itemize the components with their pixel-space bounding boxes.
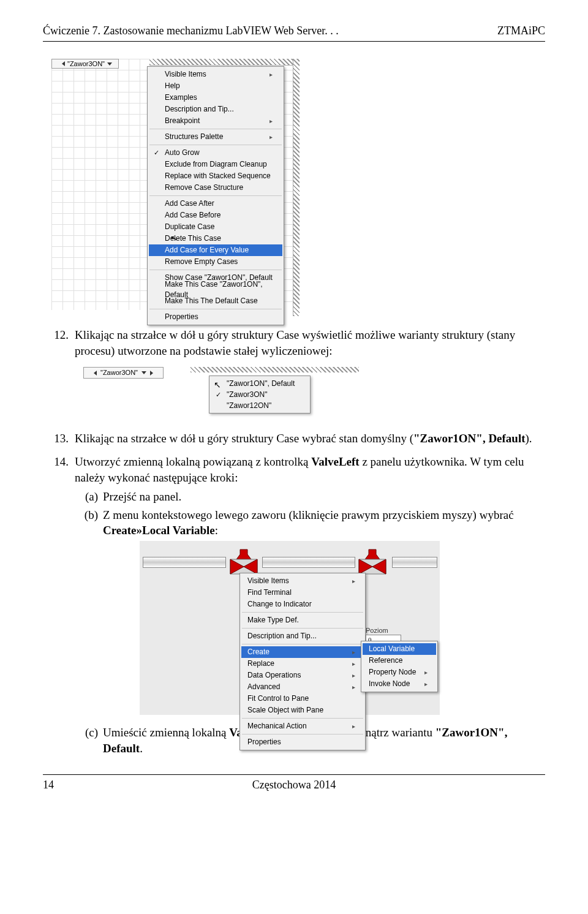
menu-item[interactable]: Make Type Def. xyxy=(241,614,364,626)
sub-c: (c) xyxy=(75,725,103,756)
case-border-right xyxy=(293,59,300,316)
chevron-left-icon[interactable] xyxy=(62,61,65,66)
create-submenu[interactable]: Local VariableReferenceProperty NodeInvo… xyxy=(361,641,438,692)
sub-a-text: Przejść na panel. xyxy=(103,489,181,505)
item-number-12: 12. xyxy=(43,327,75,423)
menu-item[interactable]: Data Operations xyxy=(241,670,364,681)
page-footer: 14 Częstochowa 2014 xyxy=(43,779,545,799)
menu-item[interactable]: Fit Control to Pane xyxy=(241,693,364,704)
menu-item[interactable]: Exclude from Diagram Cleanup xyxy=(149,159,282,170)
menu-item[interactable]: Mechanical Action xyxy=(241,720,364,732)
svg-marker-0 xyxy=(236,550,251,559)
menu-item[interactable]: Replace xyxy=(241,658,364,670)
case-dropdown-list[interactable]: "Zawor1ON", Default"Zawor3ON""Zawor12ON" xyxy=(209,376,311,414)
pipe-segment xyxy=(262,557,355,568)
menu-item[interactable]: Change to Indicator xyxy=(241,599,364,610)
page-header: Ćwiczenie 7. Zastosowanie mechanizmu Lab… xyxy=(43,25,545,37)
submenu-item[interactable]: Property Node xyxy=(363,667,436,678)
menu-item[interactable]: Visible Items xyxy=(241,575,364,587)
case-selector-2[interactable]: "Zawor3ON" xyxy=(83,367,164,379)
menu-item[interactable]: Breakpoint xyxy=(149,115,282,127)
footer-center: Częstochowa 2014 xyxy=(67,779,521,791)
item-14-text: Utworzyć zmienną lokalną powiązaną z kon… xyxy=(75,455,524,484)
item-number-13: 13. xyxy=(43,431,75,447)
case-option[interactable]: "Zawor1ON", Default xyxy=(211,378,309,389)
submenu-item[interactable]: Reference xyxy=(363,655,436,667)
page-number: 14 xyxy=(43,779,67,791)
menu-separator xyxy=(149,129,282,129)
case-selector-label[interactable]: "Zawor3ON" xyxy=(51,59,119,69)
case-context-menu[interactable]: Visible ItemsHelpExamplesDescription and… xyxy=(147,66,284,325)
sub-b: (b) xyxy=(75,507,103,722)
case-selector-text: "Zawor3ON" xyxy=(67,60,105,67)
menu-item[interactable]: Add Case After xyxy=(149,198,282,210)
pipe-segment xyxy=(392,557,437,568)
menu-separator xyxy=(242,734,363,735)
menu-item[interactable]: Visible Items xyxy=(149,69,282,80)
chevron-down-icon[interactable] xyxy=(107,62,112,66)
menu-item[interactable]: Description and Tip... xyxy=(149,104,282,115)
menu-item[interactable]: Add Case Before xyxy=(149,210,282,221)
svg-marker-4 xyxy=(365,550,380,559)
poziom-label: Poziom xyxy=(366,626,388,635)
header-right: ZTMAiPC xyxy=(497,25,545,37)
menu-item[interactable]: Help xyxy=(149,80,282,92)
case-option[interactable]: "Zawor3ON" xyxy=(211,389,309,400)
chevron-left-icon[interactable] xyxy=(94,371,97,376)
valve-create-screenshot: Visible ItemsFind TerminalChange to Indi… xyxy=(140,541,440,715)
submenu-item[interactable]: Invoke Node xyxy=(363,678,436,690)
sub-a: (a) xyxy=(75,489,103,505)
menu-item[interactable]: Duplicate Case xyxy=(149,221,282,233)
case-border-top xyxy=(149,59,293,66)
menu-item[interactable]: Examples xyxy=(149,92,282,104)
cursor-icon: ↖ xyxy=(214,379,221,391)
item-number-14: 14. xyxy=(43,454,75,760)
menu-separator xyxy=(149,309,282,309)
header-rule xyxy=(43,41,545,42)
menu-item[interactable]: Add Case for Every Value xyxy=(149,244,282,256)
menu-separator xyxy=(242,628,363,629)
menu-separator xyxy=(149,145,282,145)
menu-item[interactable]: Replace with Stacked Sequence xyxy=(149,170,282,182)
sub-b-text: Z menu kontekstowego lewego zaworu (klik… xyxy=(103,507,545,722)
chevron-down-icon[interactable] xyxy=(141,371,146,374)
valve-context-menu[interactable]: Visible ItemsFind TerminalChange to Indi… xyxy=(239,573,366,750)
menu-item[interactable]: Description and Tip... xyxy=(241,630,364,642)
menu-item[interactable]: Advanced xyxy=(241,681,364,693)
menu-separator xyxy=(149,195,282,196)
menu-item[interactable]: Properties xyxy=(149,311,282,323)
case-border-top-2 xyxy=(190,367,359,372)
menu-separator xyxy=(242,718,363,719)
menu-item[interactable]: Find Terminal xyxy=(241,587,364,599)
menu-item[interactable]: Create xyxy=(241,646,364,658)
item-13-text: Klikając na strzałce w dół u góry strukt… xyxy=(75,431,545,447)
case-selector-2-text: "Zawor3ON" xyxy=(100,368,138,377)
chevron-right-icon[interactable] xyxy=(150,371,153,376)
submenu-item[interactable]: Local Variable xyxy=(363,643,436,655)
menu-item[interactable]: Remove Empty Cases xyxy=(149,256,282,268)
menu-item[interactable]: Make This Case "Zawor1ON", Default xyxy=(149,284,282,295)
menu-item[interactable]: Delete This Case xyxy=(149,233,282,244)
header-left: Ćwiczenie 7. Zastosowanie mechanizmu Lab… xyxy=(43,25,339,37)
menu-item[interactable]: Make This The Default Case xyxy=(149,295,282,307)
menu-item[interactable]: Auto Grow xyxy=(149,147,282,159)
case-structure-screenshot-1: "Zawor3ON" Visible ItemsHelpExamplesDesc… xyxy=(51,59,300,310)
case-dropdown-screenshot: "Zawor3ON" "Zawor1ON", Default"Zawor3ON"… xyxy=(83,367,359,423)
footer-rule xyxy=(43,774,545,775)
menu-item[interactable]: Scale Object with Pane xyxy=(241,704,364,716)
menu-item[interactable]: Properties xyxy=(241,736,364,748)
menu-separator xyxy=(149,270,282,270)
menu-item[interactable]: Structures Palette xyxy=(149,131,282,143)
menu-separator xyxy=(242,612,363,613)
case-option[interactable]: "Zawor12ON" xyxy=(211,400,309,411)
menu-separator xyxy=(242,644,363,644)
menu-item[interactable]: Remove Case Structure xyxy=(149,182,282,194)
item-12-text: Klikając na strzałce w dół u góry strukt… xyxy=(75,328,515,357)
pipe-segment xyxy=(143,557,226,568)
